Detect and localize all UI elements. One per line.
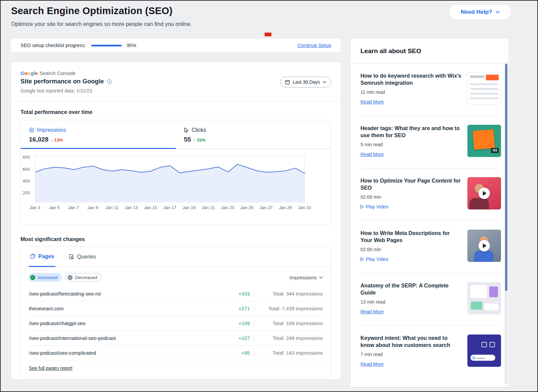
setup-checklist-card: SEO setup checklist progress: 95% Contin… bbox=[11, 39, 341, 52]
x-axis-tick-label: Jan 19 bbox=[183, 205, 196, 210]
google-wordmark: Google bbox=[21, 70, 38, 76]
info-icon[interactable]: ⓘ bbox=[107, 79, 112, 84]
table-row[interactable]: /seo-podcast/international-seo-podcast +… bbox=[29, 331, 323, 346]
divider bbox=[11, 101, 341, 101]
increased-filter-chip[interactable]: ↑ Increased bbox=[28, 273, 62, 282]
screen-recording-artifact bbox=[265, 33, 271, 36]
y-axis-tick-label: 800 bbox=[23, 155, 30, 160]
article-card[interactable]: How to Optimize Your Page Content for SE… bbox=[351, 168, 508, 221]
google-search-console-logo: Google Search Console bbox=[21, 70, 75, 76]
table-row[interactable]: /seo-podcast/seo-complicated +95 Total: … bbox=[29, 346, 323, 360]
total-impressions: Total: 183 impressions bbox=[258, 350, 323, 356]
arrow-down-circle-icon: ↓ bbox=[68, 275, 73, 280]
x-axis-tick-label: Jan 9 bbox=[87, 205, 98, 210]
impressions-metric-tab[interactable]: Impressions 16,028 ↓ 13% bbox=[21, 120, 176, 149]
x-axis-tick-label: Jan 7 bbox=[68, 205, 79, 210]
x-axis-tick-label: Jan 31 bbox=[298, 205, 311, 210]
total-impressions: Total: 7,439 impressions bbox=[258, 306, 323, 311]
x-axis-tick-label: Jan 11 bbox=[106, 205, 118, 210]
impressions-label: Impressions bbox=[37, 127, 66, 133]
chevron-down-icon bbox=[323, 81, 326, 83]
tab-pages[interactable]: Pages bbox=[29, 247, 55, 267]
article-title: How to Write Meta Descriptions for Your … bbox=[360, 230, 462, 244]
google-search-pill: G ▬▬▬ bbox=[470, 355, 495, 361]
article-card[interactable]: Header tags: What they are and how to us… bbox=[351, 116, 508, 168]
changes-filter-row: ↑ Increased ↓ Decreased Impressions bbox=[21, 267, 331, 286]
article-read-time: 7 min read bbox=[360, 352, 462, 357]
article-title: How to Optimize Your Page Content for SE… bbox=[360, 177, 462, 191]
video-duration: 02:00 min bbox=[360, 247, 462, 252]
article-thumbnail-serp bbox=[467, 282, 501, 314]
x-axis-tick-label: Jan 15 bbox=[144, 205, 157, 210]
table-row[interactable]: /seo-podcast/chatgpt-seo +109 Total: 109… bbox=[29, 316, 323, 331]
clicks-label: Clicks bbox=[192, 127, 206, 133]
performance-title-row: Site performance on Google ⓘ bbox=[21, 78, 112, 85]
decreased-filter-chip[interactable]: ↓ Decreased bbox=[65, 273, 102, 282]
play-icon bbox=[360, 257, 364, 261]
separator bbox=[254, 291, 254, 297]
article-card[interactable]: Anatomy of the SERP: A Complete Guide 13… bbox=[351, 273, 508, 325]
page-path: /seo-podcast/chatgpt-seo bbox=[29, 320, 228, 326]
need-help-button[interactable]: Need Help? bbox=[449, 5, 511, 19]
y-axis: 200400600800 bbox=[21, 155, 33, 202]
chart-plot-area bbox=[35, 155, 305, 202]
table-row[interactable]: /seo-podcast/forecasting-seo-roi +333 To… bbox=[29, 286, 323, 301]
article-thumbnail-header-tags: H3 bbox=[467, 125, 501, 157]
changes-section-title: Most significant changes bbox=[21, 236, 85, 242]
clicks-change-up: ↑ 25% bbox=[193, 138, 205, 143]
chevron-down-icon bbox=[496, 11, 500, 13]
separator bbox=[254, 306, 254, 311]
article-title: Anatomy of the SERP: A Complete Guide bbox=[360, 282, 462, 296]
google-g-logo: G bbox=[472, 356, 475, 360]
queries-search-icon bbox=[69, 254, 74, 259]
checklist-progress-bar bbox=[91, 45, 123, 46]
search-console-label: Search Console bbox=[40, 70, 76, 76]
change-value: +271 bbox=[228, 306, 250, 311]
h3-badge: H3 bbox=[491, 148, 499, 153]
page-path: theseorant.com bbox=[29, 306, 228, 311]
read-more-link[interactable]: Read More bbox=[360, 152, 384, 157]
checklist-percent: 95% bbox=[127, 43, 136, 48]
clicks-metric-tab[interactable]: Clicks 55 ↑ 25% bbox=[176, 120, 331, 149]
article-card[interactable]: How to Write Meta Descriptions for Your … bbox=[351, 221, 508, 273]
y-axis-tick-label: 200 bbox=[23, 190, 30, 195]
read-more-link[interactable]: Read More bbox=[360, 361, 384, 367]
play-button-icon bbox=[478, 188, 490, 199]
play-video-link[interactable]: Play Video bbox=[360, 257, 388, 262]
article-read-time: 5 min read bbox=[360, 142, 462, 147]
full-pages-report-link[interactable]: See full pages report bbox=[29, 365, 72, 371]
total-impressions: Total: 109 impressions bbox=[258, 320, 323, 326]
article-read-time: 11 min read bbox=[360, 89, 462, 95]
site-performance-card: Google Search Console Site performance o… bbox=[11, 62, 341, 379]
performance-title: Site performance on Google bbox=[21, 78, 104, 85]
table-row[interactable]: theseorant.com +271 Total: 7,439 impress… bbox=[29, 301, 323, 316]
checklist-progress-fill bbox=[91, 45, 121, 46]
read-more-link[interactable]: Read More bbox=[360, 99, 384, 105]
article-title: Header tags: What they are and how to us… bbox=[360, 125, 462, 139]
chart-svg bbox=[35, 155, 305, 202]
play-icon bbox=[360, 205, 364, 209]
pages-icon bbox=[30, 254, 35, 259]
video-thumbnail-page-content[interactable] bbox=[467, 177, 501, 209]
increased-label: Increased bbox=[38, 275, 57, 280]
video-thumbnail-meta-descriptions[interactable] bbox=[467, 230, 501, 262]
chevron-down-icon bbox=[319, 276, 323, 279]
article-card[interactable]: How to do keyword research with Wix's Se… bbox=[351, 64, 508, 116]
date-range-dropdown[interactable]: Last 30 Days bbox=[280, 77, 331, 87]
play-video-link[interactable]: Play Video bbox=[360, 204, 388, 209]
seo-dashboard-screen: Search Engine Optimization (SEO) Optimiz… bbox=[0, 0, 538, 392]
tab-queries-label: Queries bbox=[77, 254, 96, 260]
total-impressions: Total: 248 impressions bbox=[258, 335, 323, 341]
scrollbar-thumb[interactable] bbox=[505, 64, 507, 291]
y-axis-tick-label: 600 bbox=[23, 167, 30, 172]
continue-setup-link[interactable]: Continue Setup bbox=[298, 43, 331, 48]
arrow-up-circle-icon: ↑ bbox=[30, 275, 35, 280]
page-title: Search Engine Optimization (SEO) bbox=[11, 5, 172, 16]
tab-queries[interactable]: Queries bbox=[68, 247, 97, 267]
sort-by-dropdown[interactable]: Impressions bbox=[290, 275, 323, 280]
learn-seo-panel: Learn all about SEO How to do keyword re… bbox=[351, 39, 508, 387]
article-card[interactable]: Keyword intent: What you need to know ab… bbox=[351, 326, 508, 378]
read-more-link[interactable]: Read More bbox=[360, 309, 384, 314]
impressions-line-chart: 200400600800 Jan 3Jan 5Jan 7Jan 9Jan 11J… bbox=[21, 155, 331, 212]
page-path: /seo-podcast/international-seo-podcast bbox=[29, 335, 228, 341]
